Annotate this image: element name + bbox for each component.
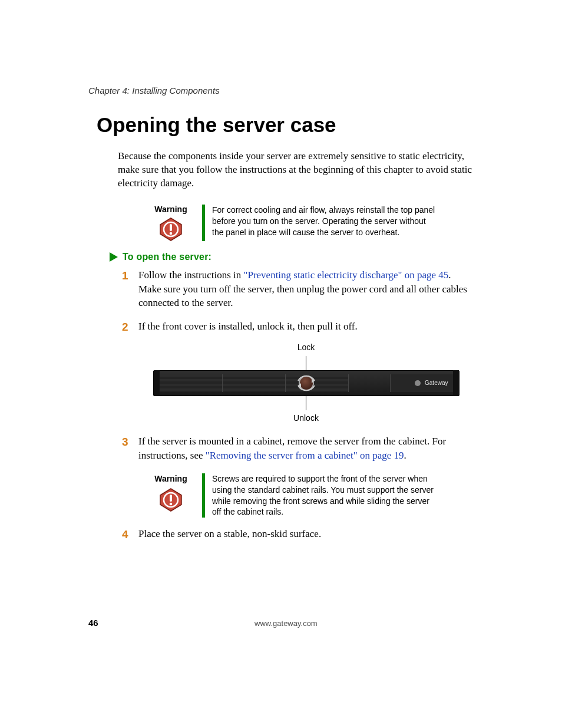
warning-text: Screws are required to support the front…: [212, 473, 436, 518]
unlock-label: Unlock: [153, 413, 459, 424]
vertical-rule: [202, 205, 205, 241]
xref-static-discharge[interactable]: "Preventing static electricity discharge…: [244, 269, 449, 281]
warning-callout-2: Warning Screws are required to support t…: [144, 473, 474, 518]
warning-label: Warning: [144, 205, 197, 214]
warning-text: For correct cooling and air flow, always…: [212, 205, 436, 238]
callout-line: [306, 356, 306, 370]
step-number: 4: [122, 527, 128, 543]
lock-label: Lock: [153, 342, 459, 354]
step-text: Place the server on a stable, non-skid s…: [138, 528, 321, 539]
vertical-rule: [202, 473, 205, 518]
server-front-panel: Gateway: [153, 370, 459, 396]
step-text: If the front cover is installed, unlock …: [138, 321, 358, 332]
play-triangle-icon: [110, 252, 118, 262]
warning-icon: [144, 488, 197, 512]
lock-knob-icon: [299, 375, 314, 391]
step-text-post: .: [404, 450, 406, 461]
step-4: 4 Place the server on a stable, non-skid…: [138, 527, 474, 541]
warning-label: Warning: [144, 473, 197, 485]
step-1: 1 Follow the instructions in "Preventing…: [138, 268, 474, 310]
callout-line: [306, 396, 306, 410]
chapter-caption: Chapter 4: Installing Components: [88, 85, 474, 95]
brand-badge: Gateway: [414, 371, 448, 396]
step-3: 3 If the server is mounted in a cabinet,…: [138, 434, 474, 518]
step-list: 1 Follow the instructions in "Preventing…: [88, 268, 474, 541]
warning-callout-1: Warning For correct cooling and air flow…: [144, 205, 474, 241]
svg-rect-9: [170, 495, 172, 502]
svg-point-3: [170, 232, 173, 235]
step-2: 2 If the front cover is installed, unloc…: [138, 319, 474, 424]
step-text-pre: Follow the instructions in: [138, 269, 244, 281]
step-number: 1: [122, 268, 128, 284]
server-lock-figure: Lock Gateway: [153, 342, 459, 424]
xref-remove-cabinet[interactable]: "Removing the server from a cabinet" on …: [206, 450, 404, 461]
procedure-heading-label: To open the server:: [123, 252, 211, 262]
intro-paragraph: Because the components inside your serve…: [88, 150, 474, 190]
page-footer: 46 www.gateway.com: [88, 618, 474, 628]
warning-icon: [144, 218, 197, 241]
svg-rect-2: [170, 224, 172, 231]
brand-text: Gateway: [425, 379, 448, 387]
page-number: 46: [88, 618, 98, 628]
step-number: 2: [122, 319, 128, 335]
svg-point-10: [170, 503, 173, 506]
procedure-heading: To open the server:: [118, 252, 474, 262]
footer-url: www.gateway.com: [98, 619, 474, 628]
page-title: Opening the server case: [88, 113, 474, 137]
svg-point-6: [415, 380, 421, 386]
step-number: 3: [122, 434, 128, 450]
